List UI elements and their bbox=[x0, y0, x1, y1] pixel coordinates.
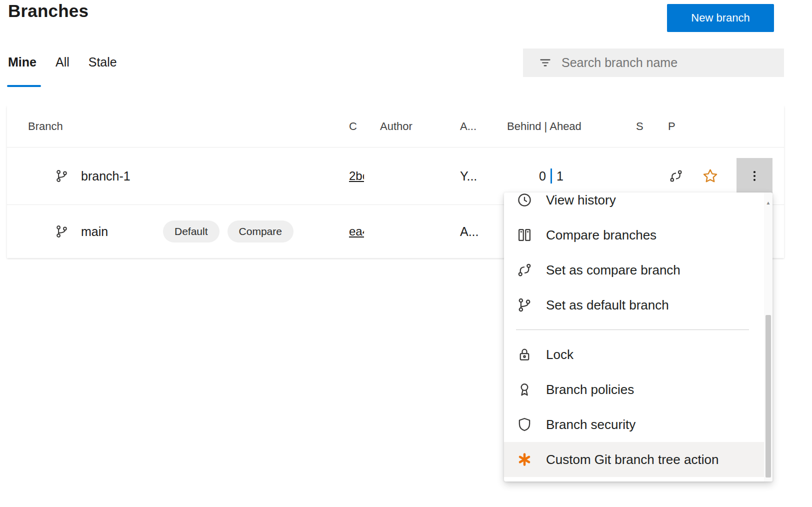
menu-item-branch-security[interactable]: Branch security bbox=[504, 407, 764, 442]
menu-item-compare-branches[interactable]: Compare branches bbox=[504, 218, 764, 252]
policy-ribbon-icon bbox=[517, 382, 532, 397]
context-menu-list: View history Compare branches bbox=[504, 192, 764, 477]
menu-item-label: Set as default branch bbox=[546, 298, 669, 313]
menu-item-label: View history bbox=[546, 192, 616, 208]
table-header: Branch C Author A... Behind | Ahead S P bbox=[7, 106, 784, 148]
column-header-author[interactable]: Author bbox=[380, 120, 412, 133]
set-compare-branch-icon bbox=[517, 262, 532, 278]
git-branch-icon bbox=[517, 298, 532, 312]
author-cell: Y... bbox=[460, 169, 477, 184]
active-tab-underline bbox=[7, 85, 41, 87]
page-title: Branches bbox=[8, 1, 88, 21]
kebab-icon bbox=[748, 170, 761, 182]
git-branch-icon bbox=[55, 170, 68, 183]
branch-name-link[interactable]: main bbox=[81, 224, 108, 239]
tab-all[interactable]: All bbox=[56, 55, 70, 70]
scroll-up-arrow-icon[interactable]: ▲ bbox=[764, 200, 772, 206]
author-cell: A... bbox=[460, 224, 479, 239]
menu-item-custom-git-branch-tree-action[interactable]: Custom Git branch tree action bbox=[504, 442, 764, 477]
compare-badge: Compare bbox=[228, 220, 294, 242]
column-header-s[interactable]: S bbox=[636, 120, 644, 133]
filter-icon bbox=[539, 56, 552, 69]
new-branch-button[interactable]: New branch bbox=[667, 4, 774, 32]
column-header-branch[interactable]: Branch bbox=[28, 120, 63, 133]
tab-bar: Mine All Stale bbox=[8, 55, 117, 70]
branch-name-link[interactable]: branch-1 bbox=[81, 169, 130, 184]
set-compare-branch-icon[interactable] bbox=[669, 169, 683, 183]
extension-asterisk-icon bbox=[517, 452, 532, 467]
menu-scrollbar[interactable]: ▲ bbox=[764, 192, 772, 482]
ahead-count: 1 bbox=[556, 169, 564, 184]
favorite-star-icon[interactable] bbox=[702, 168, 718, 184]
lock-icon bbox=[517, 347, 532, 362]
branch-context-menu: View history Compare branches bbox=[504, 192, 772, 482]
git-branch-icon bbox=[55, 225, 68, 238]
menu-item-label: Lock bbox=[546, 347, 574, 362]
column-header-commit[interactable]: C bbox=[349, 120, 357, 133]
menu-item-label: Branch security bbox=[546, 417, 636, 432]
branch-search-box[interactable] bbox=[523, 48, 784, 77]
behind-ahead-divider bbox=[550, 168, 552, 184]
search-input[interactable] bbox=[562, 56, 776, 70]
column-header-authored-date[interactable]: A... bbox=[460, 120, 476, 133]
menu-item-view-history[interactable]: View history bbox=[504, 192, 764, 218]
column-header-behind-ahead[interactable]: Behind | Ahead bbox=[507, 120, 582, 133]
tab-mine[interactable]: Mine bbox=[8, 55, 36, 70]
menu-item-label: Set as compare branch bbox=[546, 262, 680, 278]
menu-divider bbox=[516, 330, 749, 330]
commit-link[interactable]: 2bc bbox=[349, 169, 364, 183]
shield-icon bbox=[517, 417, 532, 432]
menu-item-label: Branch policies bbox=[546, 382, 634, 398]
history-clock-icon bbox=[517, 192, 532, 208]
commit-link[interactable]: ea4 bbox=[349, 224, 364, 238]
compare-branches-icon bbox=[517, 228, 532, 242]
behind-ahead-cell: 0 1 bbox=[539, 168, 564, 184]
more-options-button[interactable] bbox=[736, 158, 772, 194]
menu-item-set-compare-branch[interactable]: Set as compare branch bbox=[504, 252, 764, 288]
tab-stale[interactable]: Stale bbox=[88, 55, 117, 70]
default-badge: Default bbox=[163, 220, 220, 242]
menu-item-label: Custom Git branch tree action bbox=[546, 452, 718, 468]
behind-count: 0 bbox=[539, 169, 546, 184]
menu-item-set-default-branch[interactable]: Set as default branch bbox=[504, 288, 764, 322]
menu-item-branch-policies[interactable]: Branch policies bbox=[504, 372, 764, 407]
menu-item-lock[interactable]: Lock bbox=[504, 337, 764, 372]
menu-item-label: Compare branches bbox=[546, 228, 656, 243]
branch-badges: Default Compare bbox=[163, 220, 294, 242]
column-header-p[interactable]: P bbox=[668, 120, 676, 133]
scrollbar-thumb[interactable] bbox=[766, 315, 771, 478]
